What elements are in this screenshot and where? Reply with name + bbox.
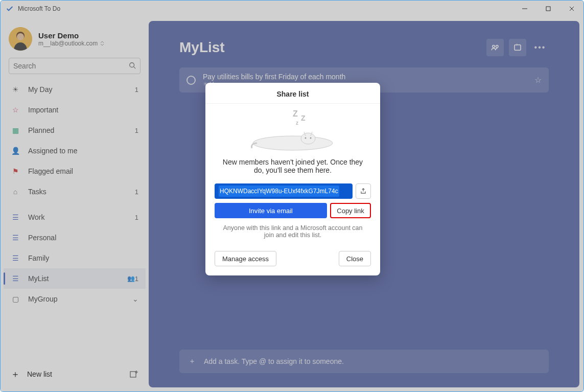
svg-point-20 xyxy=(305,137,307,139)
dialog-note: Anyone with this link and a Microsoft ac… xyxy=(205,220,380,246)
svg-point-21 xyxy=(310,137,312,139)
copy-link-button[interactable]: Copy link xyxy=(330,203,371,218)
share-external-button[interactable] xyxy=(356,183,371,199)
svg-text:Z: Z xyxy=(293,109,298,118)
sleeping-cat-illustration: Z Z z xyxy=(205,104,380,155)
svg-text:Z: Z xyxy=(301,114,306,122)
share-link-field[interactable]: HQKNWDaccIYqW98u-EUxf4fxkG7JmL74c xyxy=(215,183,353,199)
invite-email-button[interactable]: Invite via email xyxy=(215,203,327,218)
dialog-title: Share list xyxy=(205,83,380,104)
manage-access-button[interactable]: Manage access xyxy=(215,251,276,266)
dialog-message: New members haven't joined yet. Once the… xyxy=(205,155,380,183)
svg-point-19 xyxy=(301,133,315,144)
svg-text:z: z xyxy=(296,120,298,126)
share-dialog: Share list Z Z z New members haven't joi… xyxy=(205,83,380,275)
svg-point-18 xyxy=(253,136,333,150)
close-dialog-button[interactable]: Close xyxy=(339,251,371,266)
